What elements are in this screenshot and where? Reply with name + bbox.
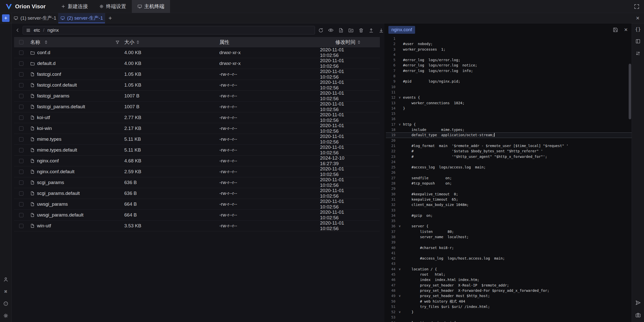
- menu-host-terminal[interactable]: 主机终端: [132, 0, 170, 13]
- code-line[interactable]: 17∨http {: [386, 122, 632, 127]
- code-line[interactable]: 4: [386, 52, 632, 57]
- file-name[interactable]: fastcgi_params.default: [37, 104, 85, 110]
- code-line[interactable]: 52∨ }: [386, 309, 632, 315]
- file-name[interactable]: koi-win: [37, 126, 52, 131]
- row-checkbox[interactable]: [19, 83, 23, 87]
- sort-name-icon[interactable]: [45, 40, 47, 44]
- code-line[interactable]: 8: [386, 74, 632, 79]
- user-icon[interactable]: [3, 277, 9, 282]
- new-tab-primary-button[interactable]: +: [2, 14, 10, 22]
- row-checkbox[interactable]: [19, 116, 23, 120]
- fold-chevron-icon[interactable]: ∨: [396, 95, 403, 100]
- file-name[interactable]: default.d: [37, 61, 56, 66]
- select-all-checkbox[interactable]: [19, 40, 23, 44]
- code-line[interactable]: 5#error_log logs/error.log;: [386, 57, 632, 63]
- sort-size-icon[interactable]: [137, 40, 139, 44]
- code-line[interactable]: 19 default_type application/octet-stream…: [386, 132, 632, 138]
- fold-chevron-icon[interactable]: ∨: [396, 122, 403, 127]
- row-checkbox[interactable]: [19, 94, 23, 98]
- code-line[interactable]: 23 # '"$http_user_agent" "$http_x_forwar…: [386, 154, 632, 159]
- file-name[interactable]: fastcgi_params: [37, 93, 69, 99]
- fold-chevron-icon[interactable]: ∨: [396, 224, 403, 229]
- code-line[interactable]: 47 proxy_set_header X-Real-IP $remote_ad…: [386, 283, 632, 288]
- terminal-tab[interactable]: (2) server-生产-1: [58, 13, 105, 23]
- fold-chevron-icon[interactable]: ∨: [396, 293, 403, 299]
- code-editor[interactable]: 12#user nobody;3worker_processes 1;45#er…: [384, 36, 632, 322]
- row-checkbox[interactable]: [19, 105, 23, 109]
- delete-trash-icon[interactable]: [358, 26, 364, 34]
- code-line[interactable]: 32 client_max_body_size 1048m;: [386, 202, 632, 207]
- code-line[interactable]: 12∨events {: [386, 95, 632, 100]
- code-line[interactable]: 31 keepalive_timeout 65;: [386, 197, 632, 202]
- file-row[interactable]: fastcgi_params.default 1007 B -rw-r--r--…: [14, 101, 380, 112]
- code-line[interactable]: 28 #tcp_nopush on;: [386, 181, 632, 186]
- code-line[interactable]: 39: [386, 240, 632, 245]
- terminal-tab[interactable]: (1) server-生产-1: [12, 13, 58, 23]
- fold-chevron-icon[interactable]: ∨: [396, 309, 403, 315]
- row-checkbox[interactable]: [19, 181, 23, 185]
- code-line[interactable]: 40 #charset koi8-r;: [386, 245, 632, 251]
- file-row[interactable]: koi-utf 2.77 KB -rw-r--r-- 2020-11-01 10…: [14, 112, 380, 123]
- file-name[interactable]: scgi_params: [37, 180, 64, 185]
- breadcrumb-item-etc[interactable]: etc: [34, 27, 40, 33]
- code-line[interactable]: 34 #gzip on;: [386, 213, 632, 218]
- row-checkbox[interactable]: [19, 224, 23, 228]
- code-line[interactable]: 20: [386, 138, 632, 143]
- row-checkbox[interactable]: [19, 148, 23, 152]
- download-icon[interactable]: [378, 26, 384, 34]
- file-row[interactable]: fastcgi_params 1007 B -rw-r--r-- 2020-11…: [14, 91, 380, 101]
- open-file-tag[interactable]: nginx.conf: [388, 26, 415, 34]
- code-line[interactable]: 2#user nobody;: [386, 41, 632, 47]
- fullscreen-icon[interactable]: [634, 4, 639, 9]
- file-name[interactable]: uwsgi_params: [37, 201, 68, 207]
- breadcrumb[interactable]: etc / nginx: [23, 26, 315, 34]
- file-row[interactable]: scgi_params.default 636 B -rw-r--r-- 202…: [14, 188, 380, 199]
- code-line[interactable]: 3worker_processes 1;: [386, 47, 632, 52]
- code-line[interactable]: 14}: [386, 106, 632, 111]
- fold-chevron-icon[interactable]: ∨: [396, 320, 403, 322]
- code-line[interactable]: 6#error_log logs/error.log notice;: [386, 63, 632, 68]
- layout-panel-icon[interactable]: [635, 39, 641, 44]
- row-checkbox[interactable]: [19, 126, 23, 131]
- file-name[interactable]: conf.d: [37, 50, 50, 55]
- code-line[interactable]: 15: [386, 111, 632, 116]
- editor-close-icon[interactable]: ×: [624, 27, 628, 33]
- code-line[interactable]: 49∨ proxy_set_header Host $http_host;: [386, 293, 632, 299]
- upload-icon[interactable]: [368, 26, 374, 34]
- code-line[interactable]: 7#error_log logs/error.log info;: [386, 68, 632, 74]
- code-line[interactable]: 10: [386, 84, 632, 90]
- settings-gear-icon[interactable]: [3, 313, 9, 318]
- code-line[interactable]: 25 #access_log logs/access.log main;: [386, 165, 632, 170]
- row-checkbox[interactable]: [19, 213, 23, 217]
- editor-scrollbar[interactable]: [629, 64, 631, 119]
- command-shortcut-icon[interactable]: ⌘: [4, 289, 7, 294]
- code-line[interactable]: 33: [386, 208, 632, 213]
- code-line[interactable]: 22 # '$status $body_bytes_sent "$http_re…: [386, 149, 632, 154]
- file-name[interactable]: scgi_params.default: [37, 191, 80, 196]
- code-line[interactable]: 50 # web history 模式 404: [386, 299, 632, 304]
- new-folder-icon[interactable]: [348, 26, 354, 34]
- code-line[interactable]: 1: [386, 36, 632, 41]
- code-line[interactable]: 16: [386, 116, 632, 122]
- add-tab-button[interactable]: +: [105, 13, 115, 23]
- row-checkbox[interactable]: [19, 170, 23, 174]
- menu-new-connection[interactable]: 新建连接: [55, 0, 94, 13]
- code-line[interactable]: 36∨ server {: [386, 224, 632, 229]
- row-checkbox[interactable]: [19, 159, 23, 163]
- file-row[interactable]: mime.types 5.11 KB -rw-r--r-- 2020-11-01…: [14, 134, 380, 145]
- code-line[interactable]: 37 listen 80;: [386, 229, 632, 234]
- code-line[interactable]: 18 include mime.types;: [386, 127, 632, 132]
- menu-terminal-settings[interactable]: 终端设置: [94, 0, 132, 13]
- code-line[interactable]: 13 worker_connections 1024;: [386, 100, 632, 106]
- code-line[interactable]: 35: [386, 218, 632, 224]
- filter-icon[interactable]: [115, 40, 120, 45]
- code-line[interactable]: 24: [386, 159, 632, 165]
- code-line[interactable]: 9#pid logs/nginx.pid;: [386, 79, 632, 84]
- file-row[interactable]: conf.d 4.00 KB drwxr-xr-x 2020-11-01 10:…: [14, 47, 380, 58]
- code-line[interactable]: 43: [386, 261, 632, 266]
- code-line[interactable]: 21 #log_format main '$remote_addr - $rem…: [386, 143, 632, 149]
- file-row[interactable]: uwsgi_params.default 664 B -rw-r--r-- 20…: [14, 210, 380, 221]
- code-line[interactable]: 30 #keepalive_timeout 0;: [386, 192, 632, 197]
- file-name[interactable]: fastcgi.conf.default: [37, 82, 77, 88]
- toggle-hidden-eye-icon[interactable]: [328, 26, 334, 34]
